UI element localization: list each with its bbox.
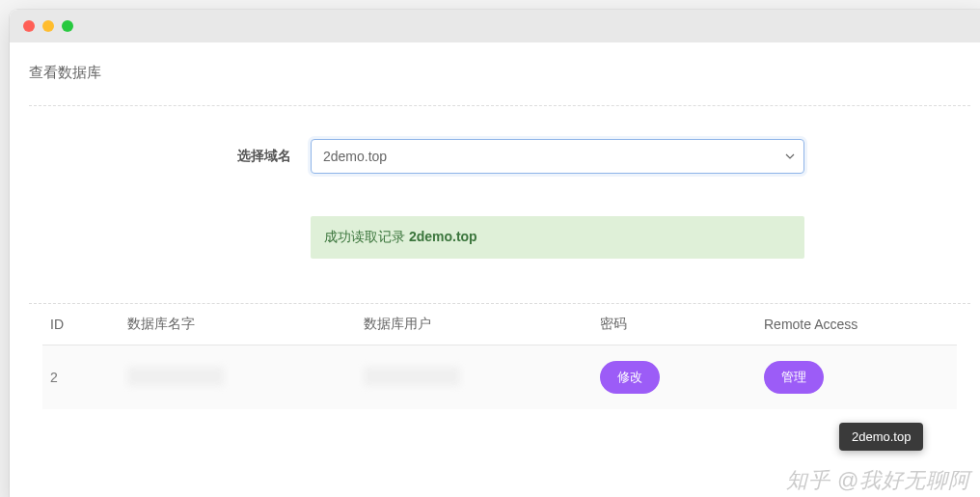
alert-row: 成功读取记录 2demo.top [29, 174, 970, 259]
domain-select-wrap: 2demo.top [311, 139, 804, 174]
alert-domain: 2demo.top [409, 229, 477, 244]
cell-user [356, 345, 592, 410]
cell-name [120, 345, 356, 410]
success-alert: 成功读取记录 2demo.top [311, 216, 804, 259]
cell-password: 修改 [592, 345, 756, 410]
cell-remote: 管理 [756, 345, 957, 410]
domain-select-row: 选择域名 2demo.top [29, 106, 970, 174]
app-window: 查看数据库 选择域名 2demo.top 成功读取记录 2demo.top [10, 10, 980, 497]
tooltip: 2demo.top [839, 423, 923, 451]
col-header-id: ID [42, 304, 120, 345]
domain-label: 选择域名 [29, 148, 311, 165]
minimize-icon[interactable] [42, 20, 54, 32]
page-title: 查看数据库 [29, 64, 970, 105]
domain-select[interactable]: 2demo.top [311, 139, 804, 174]
alert-prefix: 成功读取记录 [324, 229, 409, 244]
redacted-user [364, 367, 460, 386]
titlebar [10, 10, 980, 42]
col-header-name: 数据库名字 [120, 304, 356, 345]
modify-password-button[interactable]: 修改 [600, 361, 660, 394]
manage-remote-button[interactable]: 管理 [764, 361, 824, 394]
col-header-user: 数据库用户 [356, 304, 592, 345]
maximize-icon[interactable] [62, 20, 73, 32]
content-area: 查看数据库 选择域名 2demo.top 成功读取记录 2demo.top [10, 42, 980, 409]
redacted-name [127, 367, 224, 386]
close-icon[interactable] [23, 20, 35, 32]
table-row: 2 修改 管理 [42, 345, 957, 410]
watermark: 知乎 @我好无聊阿 [786, 466, 970, 495]
table-wrap: ID 数据库名字 数据库用户 密码 Remote Access 2 修改 [29, 304, 970, 409]
table-header-row: ID 数据库名字 数据库用户 密码 Remote Access [42, 304, 957, 345]
col-header-remote: Remote Access [756, 304, 957, 345]
col-header-password: 密码 [592, 304, 756, 345]
cell-id: 2 [42, 345, 120, 410]
database-table: ID 数据库名字 数据库用户 密码 Remote Access 2 修改 [42, 304, 957, 409]
